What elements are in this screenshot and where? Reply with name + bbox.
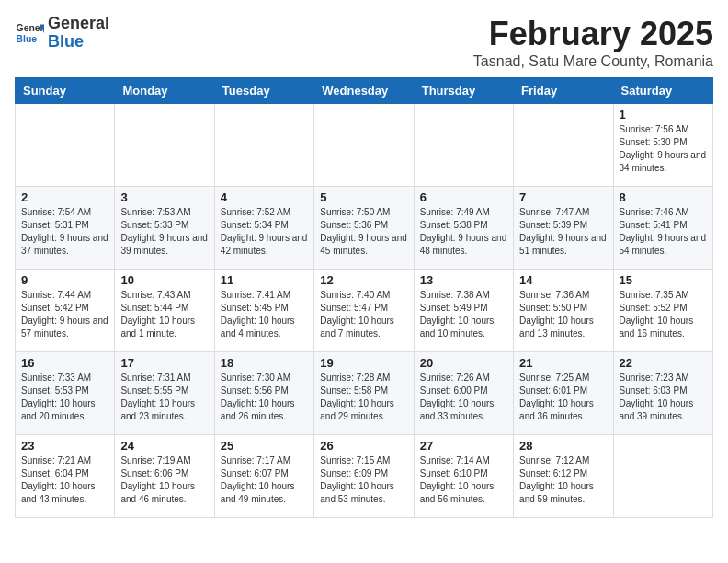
day-info: Sunrise: 7:33 AM Sunset: 5:53 PM Dayligh… <box>21 372 108 423</box>
day-number: 24 <box>120 439 208 453</box>
weekday-header-tuesday: Tuesday <box>214 78 313 104</box>
calendar-cell: 21Sunrise: 7:25 AM Sunset: 6:01 PM Dayli… <box>514 352 613 435</box>
day-number: 6 <box>420 190 507 204</box>
day-number: 10 <box>120 273 208 287</box>
calendar-cell: 14Sunrise: 7:36 AM Sunset: 5:50 PM Dayli… <box>514 270 613 352</box>
day-info: Sunrise: 7:30 AM Sunset: 5:56 PM Dayligh… <box>221 372 308 423</box>
weekday-header-monday: Monday <box>115 78 214 104</box>
logo-blue-text: Blue <box>48 32 84 51</box>
day-info: Sunrise: 7:43 AM Sunset: 5:44 PM Dayligh… <box>120 289 208 340</box>
weekday-header-friday: Friday <box>514 78 613 104</box>
day-number: 16 <box>21 356 108 370</box>
calendar-cell: 6Sunrise: 7:49 AM Sunset: 5:38 PM Daylig… <box>414 187 513 270</box>
day-info: Sunrise: 7:47 AM Sunset: 5:39 PM Dayligh… <box>519 206 607 258</box>
svg-text:Blue: Blue <box>17 33 38 43</box>
calendar-cell <box>314 104 414 187</box>
calendar-cell: 13Sunrise: 7:38 AM Sunset: 5:49 PM Dayli… <box>414 270 513 352</box>
day-number: 21 <box>519 356 607 370</box>
calendar-week-row: 2Sunrise: 7:54 AM Sunset: 5:31 PM Daylig… <box>16 187 713 270</box>
day-number: 2 <box>21 190 108 204</box>
day-info: Sunrise: 7:52 AM Sunset: 5:34 PM Dayligh… <box>221 206 308 258</box>
day-info: Sunrise: 7:15 AM Sunset: 6:09 PM Dayligh… <box>320 454 407 506</box>
day-number: 22 <box>620 356 707 370</box>
weekday-header-wednesday: Wednesday <box>314 78 414 104</box>
weekday-header-thursday: Thursday <box>414 78 513 104</box>
day-number: 23 <box>21 439 108 453</box>
day-info: Sunrise: 7:53 AM Sunset: 5:33 PM Dayligh… <box>120 206 208 258</box>
calendar-cell <box>16 104 115 187</box>
calendar-cell: 4Sunrise: 7:52 AM Sunset: 5:34 PM Daylig… <box>214 187 313 270</box>
day-info: Sunrise: 7:19 AM Sunset: 6:06 PM Dayligh… <box>120 454 208 506</box>
day-info: Sunrise: 7:44 AM Sunset: 5:42 PM Dayligh… <box>21 289 108 340</box>
day-number: 25 <box>221 439 308 453</box>
calendar-cell: 1Sunrise: 7:56 AM Sunset: 5:30 PM Daylig… <box>613 104 712 187</box>
calendar-table: SundayMondayTuesdayWednesdayThursdayFrid… <box>15 77 713 518</box>
day-number: 14 <box>519 273 607 287</box>
calendar-cell: 5Sunrise: 7:50 AM Sunset: 5:36 PM Daylig… <box>314 187 414 270</box>
calendar-cell <box>115 104 214 187</box>
day-number: 18 <box>221 356 308 370</box>
calendar-cell: 24Sunrise: 7:19 AM Sunset: 6:06 PM Dayli… <box>115 435 214 518</box>
day-info: Sunrise: 7:21 AM Sunset: 6:04 PM Dayligh… <box>21 454 108 506</box>
day-info: Sunrise: 7:26 AM Sunset: 6:00 PM Dayligh… <box>420 372 507 423</box>
day-number: 20 <box>420 356 507 370</box>
calendar-cell: 7Sunrise: 7:47 AM Sunset: 5:39 PM Daylig… <box>514 187 613 270</box>
day-number: 26 <box>320 439 407 453</box>
calendar-cell: 22Sunrise: 7:23 AM Sunset: 6:03 PM Dayli… <box>613 352 712 435</box>
calendar-cell: 12Sunrise: 7:40 AM Sunset: 5:47 PM Dayli… <box>314 270 414 352</box>
day-info: Sunrise: 7:17 AM Sunset: 6:07 PM Dayligh… <box>221 454 308 506</box>
day-info: Sunrise: 7:25 AM Sunset: 6:01 PM Dayligh… <box>519 372 607 423</box>
calendar-cell <box>214 104 313 187</box>
day-number: 17 <box>120 356 208 370</box>
calendar-cell: 26Sunrise: 7:15 AM Sunset: 6:09 PM Dayli… <box>314 435 414 518</box>
day-number: 8 <box>620 190 707 204</box>
calendar-cell: 20Sunrise: 7:26 AM Sunset: 6:00 PM Dayli… <box>414 352 513 435</box>
day-number: 27 <box>420 439 507 453</box>
day-info: Sunrise: 7:31 AM Sunset: 5:55 PM Dayligh… <box>120 372 208 423</box>
day-number: 1 <box>620 108 707 121</box>
day-info: Sunrise: 7:54 AM Sunset: 5:31 PM Dayligh… <box>21 206 108 258</box>
calendar-subtitle: Tasnad, Satu Mare County, Romania <box>473 53 713 70</box>
calendar-week-row: 1Sunrise: 7:56 AM Sunset: 5:30 PM Daylig… <box>16 104 713 187</box>
day-info: Sunrise: 7:35 AM Sunset: 5:52 PM Dayligh… <box>620 289 707 340</box>
day-info: Sunrise: 7:38 AM Sunset: 5:49 PM Dayligh… <box>420 289 507 340</box>
day-number: 3 <box>120 190 208 204</box>
day-number: 9 <box>21 273 108 287</box>
day-number: 15 <box>620 273 707 287</box>
calendar-cell: 23Sunrise: 7:21 AM Sunset: 6:04 PM Dayli… <box>16 435 115 518</box>
calendar-cell <box>514 104 613 187</box>
calendar-cell: 17Sunrise: 7:31 AM Sunset: 5:55 PM Dayli… <box>115 352 214 435</box>
calendar-cell: 9Sunrise: 7:44 AM Sunset: 5:42 PM Daylig… <box>16 270 115 352</box>
calendar-cell <box>613 435 712 518</box>
day-info: Sunrise: 7:23 AM Sunset: 6:03 PM Dayligh… <box>620 372 707 423</box>
calendar-cell: 8Sunrise: 7:46 AM Sunset: 5:41 PM Daylig… <box>613 187 712 270</box>
day-info: Sunrise: 7:36 AM Sunset: 5:50 PM Dayligh… <box>519 289 607 340</box>
weekday-header-sunday: Sunday <box>16 78 115 104</box>
calendar-cell: 18Sunrise: 7:30 AM Sunset: 5:56 PM Dayli… <box>214 352 313 435</box>
day-info: Sunrise: 7:12 AM Sunset: 6:12 PM Dayligh… <box>519 454 607 506</box>
day-info: Sunrise: 7:28 AM Sunset: 5:58 PM Dayligh… <box>320 372 407 423</box>
calendar-cell: 2Sunrise: 7:54 AM Sunset: 5:31 PM Daylig… <box>16 187 115 270</box>
day-number: 5 <box>320 190 407 204</box>
day-number: 19 <box>320 356 407 370</box>
title-area: February 2025 Tasnad, Satu Mare County, … <box>473 15 713 70</box>
day-number: 12 <box>320 273 407 287</box>
calendar-cell: 28Sunrise: 7:12 AM Sunset: 6:12 PM Dayli… <box>514 435 613 518</box>
day-number: 7 <box>519 190 607 204</box>
calendar-cell: 15Sunrise: 7:35 AM Sunset: 5:52 PM Dayli… <box>613 270 712 352</box>
calendar-cell <box>414 104 513 187</box>
day-number: 28 <box>519 439 607 453</box>
weekday-header-row: SundayMondayTuesdayWednesdayThursdayFrid… <box>16 78 713 104</box>
calendar-week-row: 23Sunrise: 7:21 AM Sunset: 6:04 PM Dayli… <box>16 435 713 518</box>
logo-icon: General Blue <box>15 18 44 48</box>
calendar-cell: 11Sunrise: 7:41 AM Sunset: 5:45 PM Dayli… <box>214 270 313 352</box>
day-number: 11 <box>221 273 308 287</box>
calendar-title: February 2025 <box>473 15 713 53</box>
calendar-cell: 19Sunrise: 7:28 AM Sunset: 5:58 PM Dayli… <box>314 352 414 435</box>
logo-text: General Blue <box>48 15 109 52</box>
calendar-week-row: 9Sunrise: 7:44 AM Sunset: 5:42 PM Daylig… <box>16 270 713 352</box>
calendar-cell: 10Sunrise: 7:43 AM Sunset: 5:44 PM Dayli… <box>115 270 214 352</box>
calendar-cell: 3Sunrise: 7:53 AM Sunset: 5:33 PM Daylig… <box>115 187 214 270</box>
day-info: Sunrise: 7:50 AM Sunset: 5:36 PM Dayligh… <box>320 206 407 258</box>
day-info: Sunrise: 7:14 AM Sunset: 6:10 PM Dayligh… <box>420 454 507 506</box>
